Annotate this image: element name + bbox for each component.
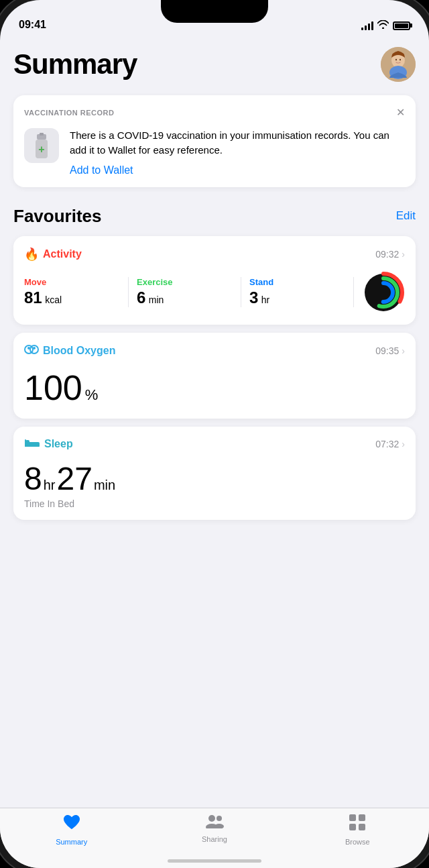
move-unit: kcal [45,294,62,305]
sleep-card-header: Sleep 07:32 › [24,437,405,451]
activity-chevron-icon: › [402,249,405,260]
wifi-icon [377,20,389,31]
status-icons [361,20,410,31]
sleep-label: Time In Bed [24,498,405,509]
blood-oxygen-chevron-icon: › [402,345,405,356]
battery-icon [393,21,410,30]
favourites-title: Favourites [13,206,102,227]
activity-timestamp: 09:32 [375,249,399,260]
sleep-timestamp: 07:32 [375,439,399,449]
main-content: Summary VACCINATION RECORD ✕ [0,36,429,808]
blood-oxygen-card-title: Blood Oxygen [43,345,115,357]
svg-rect-21 [25,439,26,447]
vaccination-card: VACCINATION RECORD ✕ + There is a COVID-… [13,95,416,187]
move-value-group: 81 kcal [24,288,120,307]
svg-point-25 [214,824,224,828]
notch [161,0,268,23]
blood-oxygen-icon [24,343,39,358]
move-label: Move [24,277,120,287]
exercise-label: Exercise [137,277,233,287]
sharing-tab-label: Sharing [202,835,227,843]
stand-value: 3 [249,288,258,307]
svg-point-17 [33,347,36,349]
move-value: 81 [24,288,42,307]
svg-rect-19 [25,444,40,447]
stand-value-group: 3 hr [249,288,345,307]
blood-oxygen-unit: % [85,386,99,404]
sleep-value-group: 8 hr 27 min [24,460,405,497]
sleep-mins-value: 27 [57,460,93,497]
stand-unit: hr [261,294,269,305]
favourites-section-header: Favourites Edit [13,206,416,227]
activity-fire-icon: 🔥 [24,247,39,262]
sleep-card[interactable]: Sleep 07:32 › 8 hr 27 min Time In Bed [13,427,416,520]
status-time: 09:41 [19,19,46,31]
vaccination-description: There is a COVID-19 vaccination in your … [70,128,405,158]
svg-point-3 [395,59,397,61]
sleep-mins-unit: min [94,478,115,493]
activity-stats: Move 81 kcal Exercise 6 min Stand [24,271,405,314]
vaccine-bottle-icon: + [24,128,59,163]
svg-rect-28 [349,824,356,830]
blood-oxygen-value-group: 100 % [24,368,405,408]
svg-rect-8 [40,133,44,135]
page-header: Summary [13,47,416,82]
blood-oxygen-timestamp: 09:35 [375,345,399,356]
sleep-hours-unit: hr [44,478,56,493]
svg-point-22 [208,815,215,822]
activity-card[interactable]: 🔥 Activity 09:32 › Move 81 kcal Exe [13,236,416,325]
browse-grid-icon [349,814,366,835]
tab-browse[interactable]: Browse [286,814,429,846]
move-stat: Move 81 kcal [24,277,129,307]
add-to-wallet-button[interactable]: Add to Wallet [70,164,133,176]
activity-ring [362,271,405,314]
svg-point-24 [217,816,222,821]
avatar[interactable] [381,47,416,82]
exercise-value: 6 [137,288,145,307]
svg-rect-26 [349,814,356,821]
sleep-title-group: Sleep [24,437,73,451]
close-button[interactable]: ✕ [396,106,405,119]
home-indicator [168,859,261,863]
svg-text:+: + [38,144,44,155]
sleep-card-title: Sleep [44,438,73,450]
svg-point-2 [394,56,402,65]
activity-card-header: 🔥 Activity 09:32 › [24,247,405,262]
summary-tab-label: Summary [56,838,87,846]
tab-summary[interactable]: Summary [0,814,143,846]
svg-rect-27 [359,814,365,821]
browse-tab-label: Browse [345,838,370,846]
svg-point-16 [27,347,30,349]
exercise-unit: min [149,294,164,305]
edit-button[interactable]: Edit [396,209,416,223]
vaccination-header: VACCINATION RECORD ✕ [24,106,405,119]
sleep-bed-icon [24,437,40,451]
tab-sharing[interactable]: Sharing [143,814,286,843]
summary-heart-icon [62,814,81,835]
phone-frame: 09:41 Summary [0,0,429,868]
signal-icon [361,21,373,30]
page-title: Summary [13,48,137,80]
blood-oxygen-title-group: Blood Oxygen [24,343,115,358]
blood-oxygen-value: 100 [24,368,82,408]
activity-time: 09:32 › [375,249,405,260]
blood-oxygen-card[interactable]: Blood Oxygen 09:35 › 100 % [13,333,416,419]
sleep-chevron-icon: › [402,439,405,449]
blood-oxygen-time: 09:35 › [375,345,405,356]
vaccination-body: + There is a COVID-19 vaccination in you… [24,128,405,176]
svg-point-4 [400,59,401,61]
vaccination-label: VACCINATION RECORD [24,109,114,117]
vaccination-text: There is a COVID-19 vaccination in your … [70,128,405,176]
exercise-stat: Exercise 6 min [137,277,241,307]
stand-label: Stand [249,277,345,287]
exercise-value-group: 6 min [137,288,233,307]
sleep-hours-value: 8 [24,460,42,497]
activity-card-title: Activity [43,248,82,260]
sharing-people-icon [204,814,225,832]
stand-stat: Stand 3 hr [249,277,354,307]
activity-title-group: 🔥 Activity [24,247,82,262]
blood-oxygen-card-header: Blood Oxygen 09:35 › [24,343,405,358]
svg-rect-29 [359,824,365,830]
sleep-time: 07:32 › [375,439,405,449]
